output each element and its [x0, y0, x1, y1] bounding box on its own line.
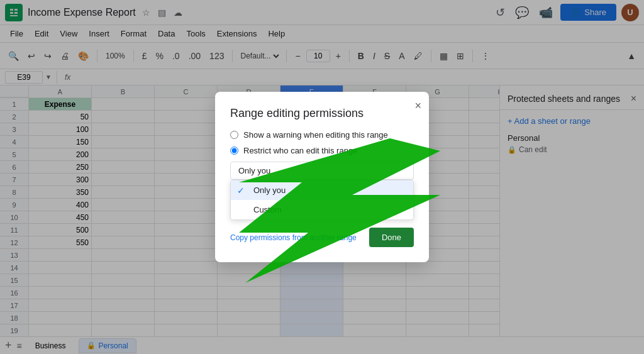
- radio-warning-label: Show a warning when editing this range: [243, 130, 388, 140]
- radio-warning[interactable]: [230, 131, 238, 139]
- dropdown-section: Only you ▲ ✓ Only you Custom: [230, 162, 414, 220]
- copy-permissions-link[interactable]: Copy permissions from another range: [230, 233, 357, 242]
- done-button[interactable]: Done: [369, 228, 414, 247]
- dialog-close-button[interactable]: ×: [414, 99, 421, 113]
- permissions-dialog: Range editing permissions × Show a warni…: [215, 92, 429, 262]
- dropdown-option-custom[interactable]: Custom: [231, 200, 413, 219]
- checkmark-icon: ✓: [237, 185, 245, 196]
- radio-restrict[interactable]: [230, 147, 238, 155]
- dialog-footer: Copy permissions from another range Done: [230, 228, 414, 247]
- dropdown-selected-value: Only you: [238, 166, 270, 175]
- modal-overlay: Range editing permissions × Show a warni…: [0, 0, 644, 354]
- dropdown-option-only-you[interactable]: ✓ Only you: [231, 180, 413, 200]
- dropdown-menu: ✓ Only you Custom: [230, 180, 414, 220]
- radio-row-warning: Show a warning when editing this range: [230, 130, 414, 140]
- radio-restrict-label: Restrict who can edit this range: [243, 146, 357, 155]
- permissions-dropdown[interactable]: Only you ▲: [230, 162, 414, 180]
- dialog-title: Range editing permissions: [230, 107, 414, 120]
- radio-row-restrict: Restrict who can edit this range: [230, 146, 414, 155]
